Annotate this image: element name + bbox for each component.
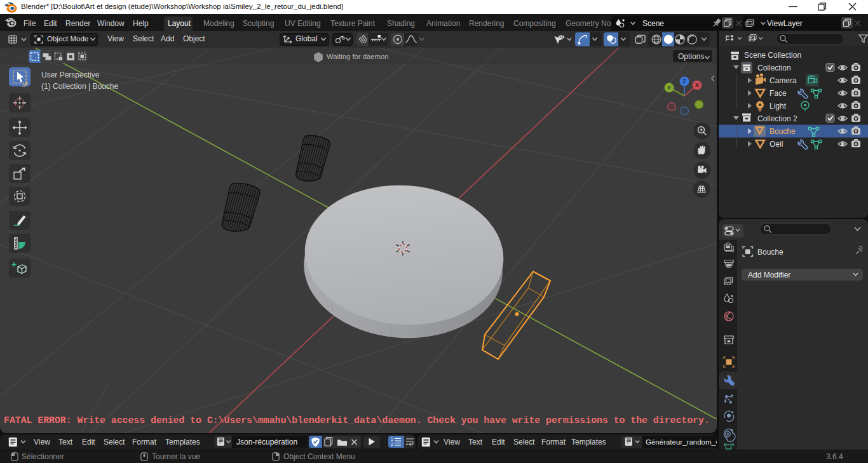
svg-text:Oeil: Oeil	[770, 140, 783, 149]
svg-text:Light: Light	[770, 102, 787, 111]
svg-text:Y: Y	[667, 84, 671, 91]
svg-text:Collection: Collection	[757, 64, 791, 72]
svg-text:Scene Collection: Scene Collection	[744, 51, 801, 60]
svg-text:Face: Face	[770, 89, 787, 98]
svg-text:Add Modifier: Add Modifier	[748, 271, 790, 279]
svg-text:Bouche: Bouche	[757, 248, 783, 257]
svg-text:2: 2	[391, 442, 393, 446]
svg-text:Bouche: Bouche	[770, 127, 796, 136]
svg-text:Collection 2: Collection 2	[757, 114, 797, 123]
svg-text:Z: Z	[682, 78, 686, 84]
svg-text:1: 1	[391, 437, 393, 441]
svg-text:X: X	[695, 82, 699, 88]
svg-text:Camera: Camera	[770, 76, 797, 85]
